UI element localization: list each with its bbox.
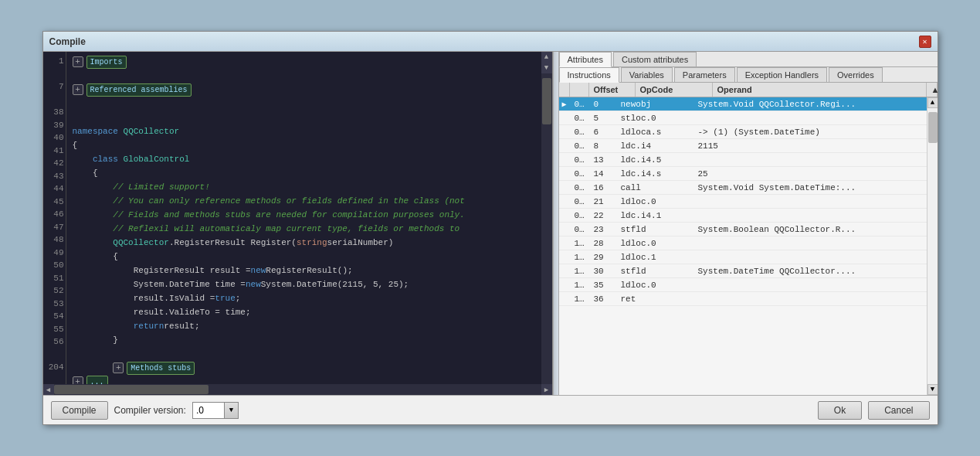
- compiler-version-label: Compiler version:: [114, 405, 186, 416]
- code-line-51: result.IsValid = true;: [73, 291, 535, 305]
- row-operand: 2115: [693, 141, 938, 151]
- tab-custom-attributes[interactable]: Custom attributes: [613, 52, 697, 66]
- row-num: 11: [570, 252, 589, 263]
- imports-node[interactable]: Imports: [86, 56, 127, 69]
- code-line-42: {: [73, 166, 535, 180]
- table-row[interactable]: 0822ldc.i4.1: [559, 209, 938, 223]
- code-hscroll-thumb[interactable]: [54, 385, 209, 394]
- table-row[interactable]: 0923stfldSystem.Boolean QQCollector.R...: [559, 223, 938, 237]
- row-num: 03: [570, 141, 589, 151]
- th-scroll: ▲: [927, 83, 938, 97]
- methods-node[interactable]: Methods stubs: [127, 362, 195, 375]
- th-opcode: OpCode: [636, 83, 713, 97]
- th-row-num: [570, 83, 589, 97]
- row-opcode: newobj: [616, 99, 693, 110]
- row-offset: 8: [589, 141, 616, 151]
- table-row[interactable]: 1335ldloc.0: [559, 278, 938, 292]
- attr-panel: Attributes Custom attributes Instruction…: [559, 52, 938, 395]
- th-offset: Offset: [589, 83, 636, 97]
- table-row[interactable]: 1028ldloc.0: [559, 237, 938, 250]
- compile-button[interactable]: Compile: [51, 401, 108, 420]
- row-opcode: ldc.i4.1: [616, 210, 693, 221]
- row-operand: [693, 298, 938, 300]
- table-scroll-down[interactable]: ▼: [927, 384, 938, 395]
- row-num: 10: [570, 238, 589, 249]
- code-line-204: + ...: [73, 375, 535, 384]
- table-row[interactable]: 0413ldc.i4.5: [559, 153, 938, 167]
- row-offset: 14: [589, 168, 616, 179]
- row-opcode: ldc.i4: [616, 141, 693, 151]
- row-arrow: ▶: [559, 100, 570, 109]
- tab-variables[interactable]: Variables: [621, 67, 673, 82]
- code-scroll-down[interactable]: ▼: [541, 63, 552, 73]
- row-opcode: ldloc.0: [616, 238, 693, 249]
- code-content: + Imports + Referenced assemblies: [66, 52, 541, 384]
- compile-window: Compile ✕ 1 7 38 39 40 41 42 43 44: [42, 31, 938, 425]
- table-row[interactable]: 0514ldc.i4.s25: [559, 167, 938, 181]
- th-arrow: [559, 83, 570, 97]
- table-scroll-thumb[interactable]: [928, 112, 938, 143]
- expand-methods-btn[interactable]: +: [113, 362, 124, 373]
- row-opcode: stfld: [616, 224, 693, 235]
- table-scroll-up[interactable]: ▲: [927, 97, 938, 108]
- code-line-blank2: [73, 97, 535, 111]
- row-operand: [693, 117, 938, 119]
- bottom-bar: Compile Compiler version: ▼ Ok Cancel: [43, 395, 938, 424]
- tab-parameters[interactable]: Parameters: [674, 67, 735, 82]
- expand-204-btn[interactable]: +: [73, 376, 83, 384]
- ok-button[interactable]: Ok: [818, 401, 862, 420]
- attr-tabs-row1: Attributes Custom attributes: [559, 52, 938, 67]
- row-offset: 5: [589, 113, 616, 124]
- code-line-44: // You can only reference methods or fie…: [73, 194, 535, 208]
- code-scroll-up[interactable]: ▲: [541, 52, 552, 63]
- table-row[interactable]: 026ldloca.s-> (1) (System.DateTime): [559, 125, 938, 139]
- code-vscrollbar[interactable]: ▲ ▼: [541, 52, 552, 384]
- row-operand: [693, 159, 938, 161]
- code-hscrollbar[interactable]: ◀ ▶: [43, 384, 552, 395]
- tab-instructions[interactable]: Instructions: [559, 67, 619, 83]
- code-scroll-right[interactable]: ▶: [541, 384, 552, 395]
- node-204[interactable]: ...: [86, 376, 108, 385]
- expand-imports-btn[interactable]: +: [73, 56, 83, 67]
- splitter[interactable]: [553, 52, 559, 395]
- code-panel: 1 7 38 39 40 41 42 43 44 45 46 47 48 49: [43, 52, 553, 395]
- table-row[interactable]: 1230stfldSystem.DateTime QQCollector....: [559, 264, 938, 278]
- version-dropdown-btn[interactable]: ▼: [224, 403, 238, 418]
- close-button[interactable]: ✕: [919, 36, 931, 48]
- table-row[interactable]: 0616callSystem.Void System.DateTime:...: [559, 181, 938, 195]
- row-opcode: ldloc.0: [616, 280, 693, 291]
- refasm-node[interactable]: Referenced assemblies: [86, 83, 192, 97]
- row-offset: 30: [589, 266, 616, 277]
- cancel-button[interactable]: Cancel: [868, 401, 929, 420]
- version-select[interactable]: ▼: [192, 402, 239, 419]
- row-operand: [693, 257, 938, 258]
- tab-overrides[interactable]: Overrides: [829, 67, 883, 82]
- row-num: 13: [570, 280, 589, 291]
- row-operand: [693, 215, 938, 216]
- code-line-46: // Reflexil will automaticaly map curren…: [73, 222, 535, 236]
- attr-tabs-row2: Instructions Variables Parameters Except…: [559, 67, 938, 83]
- row-operand: System.Void System.DateTime:...: [693, 182, 938, 193]
- code-line-55: [73, 347, 535, 361]
- code-line-blank1: [73, 69, 535, 83]
- tab-attributes[interactable]: Attributes: [559, 52, 612, 67]
- table-row[interactable]: 015stloc.0: [559, 111, 938, 125]
- code-line-39: namespace QQCollector: [73, 124, 535, 138]
- table-row[interactable]: 1436ret: [559, 292, 938, 306]
- table-vscrollbar[interactable]: ▲ ▼: [927, 97, 938, 395]
- tab-exception-handlers[interactable]: Exception Handlers: [737, 67, 827, 82]
- code-line-45: // Fields and methods stubs are needed f…: [73, 208, 535, 222]
- row-opcode: ret: [616, 294, 693, 305]
- code-line-47: QQCollector.RegisterResult Register(stri…: [73, 236, 535, 250]
- row-offset: 13: [589, 155, 616, 165]
- version-input[interactable]: [193, 403, 224, 418]
- code-scroll-left[interactable]: ◀: [43, 384, 54, 395]
- table-row[interactable]: 038ldc.i42115: [559, 139, 938, 153]
- table-row[interactable]: ▶000newobjSystem.Void QQCollector.Regi..…: [559, 97, 938, 111]
- table-row[interactable]: 1129ldloc.1: [559, 250, 938, 264]
- row-num: 00: [570, 99, 589, 110]
- code-scroll-thumb[interactable]: [542, 78, 551, 124]
- table-row[interactable]: 0721ldloc.0: [559, 195, 938, 209]
- code-scroll-area: 1 7 38 39 40 41 42 43 44 45 46 47 48 49: [43, 52, 552, 384]
- expand-refasm-btn[interactable]: +: [73, 84, 83, 95]
